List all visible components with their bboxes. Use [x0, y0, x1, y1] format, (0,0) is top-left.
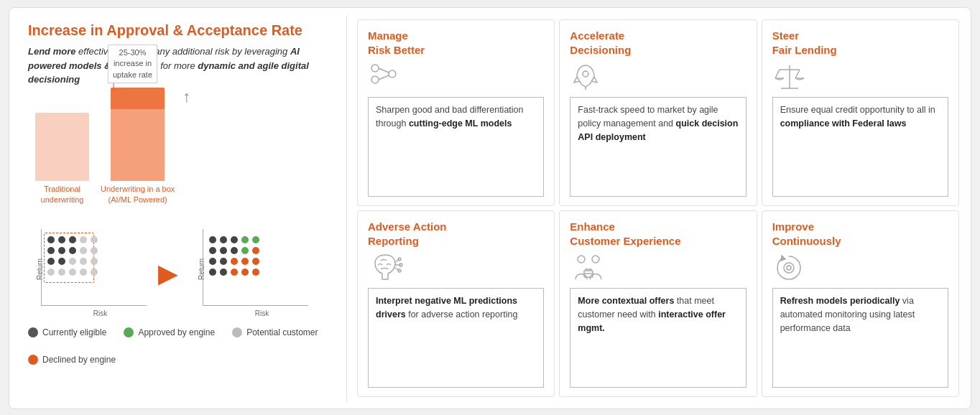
card-adverse-action: Adverse ActionReporting	[357, 210, 555, 397]
card-customer-experience: EnhanceCustomer Experience More contextu…	[559, 210, 757, 397]
card-fair-lending-desc: Ensure equal credit opportunity to all i…	[772, 97, 948, 197]
scatter-y-label-2: Return	[198, 258, 205, 280]
card-adverse-action-desc: Interpret negative ML predictions driver…	[368, 288, 544, 388]
main-container: Increase in Approval & Acceptance Rate L…	[9, 7, 971, 409]
bar-ai-label: Underwriting in a box(AI/ML Powered)	[101, 184, 175, 206]
legend-potential: Potential customer	[232, 327, 318, 337]
legend-potential-label: Potential customer	[246, 327, 318, 337]
rocket-icon	[570, 62, 746, 91]
scatter-x-label-2: Risk	[255, 309, 269, 317]
card-improve-continuously-desc: Refresh models periodically via automate…	[772, 288, 948, 388]
legend-approved-label: Approved by engine	[138, 327, 215, 337]
svg-line-11	[775, 70, 780, 78]
scatter-section: Return Risk	[28, 229, 335, 319]
card-manage-risk-title: ManageRisk Better	[368, 29, 544, 57]
bar-traditional-label: Traditionalunderwriting	[41, 184, 84, 206]
balance-icon	[772, 62, 948, 91]
handshake-icon	[570, 253, 746, 282]
legend-currently-eligible: Currently eligible	[28, 327, 106, 337]
card-adverse-action-title: Adverse ActionReporting	[368, 220, 544, 248]
annotation-box: 25-30%increase inuptake rate	[108, 45, 157, 83]
card-manage-risk: ManageRisk Better Sharpen good and bad d…	[357, 19, 555, 206]
svg-point-27	[787, 266, 791, 270]
card-fair-lending-title: SteerFair Lending	[772, 29, 948, 57]
up-arrow-icon: ↑	[182, 88, 190, 106]
svg-line-5	[379, 75, 389, 80]
scatter-plot-before: Return Risk	[28, 229, 147, 319]
right-panels: ManageRisk Better Sharpen good and bad d…	[353, 15, 963, 401]
brain-icon	[368, 253, 544, 282]
card-accelerate-desc: Fast-track speed to market by agile poli…	[570, 97, 746, 197]
subtitle: Lend more effectively without any additi…	[28, 45, 335, 87]
left-panel: Increase in Approval & Acceptance Rate L…	[17, 15, 347, 401]
svg-point-3	[389, 70, 396, 78]
svg-point-26	[784, 263, 794, 273]
svg-line-4	[379, 68, 389, 73]
card-improve-continuously: ImproveContinuously Refresh models perio…	[762, 210, 959, 397]
scatter-arrow-icon: ▶	[158, 258, 178, 289]
card-customer-experience-desc: More contextual offers that meet custome…	[570, 288, 746, 388]
svg-marker-25	[781, 256, 785, 261]
bar-ai: 25-30%increase inuptake rate ↑ Underwrit…	[101, 88, 175, 206]
legend-approved: Approved by engine	[124, 327, 215, 337]
scatter-plot-after: Return Risk	[190, 229, 308, 319]
main-title: Increase in Approval & Acceptance Rate	[28, 22, 335, 39]
svg-line-13	[795, 70, 800, 78]
legend: Currently eligible Approved by engine Po…	[28, 327, 335, 365]
card-accelerate: AccelerateDecisioning Fast-track speed t…	[559, 19, 757, 206]
svg-point-6	[583, 71, 588, 77]
card-accelerate-title: AccelerateDecisioning	[570, 29, 746, 57]
scatter-y-label-1: Return	[36, 258, 44, 280]
card-improve-continuously-title: ImproveContinuously	[772, 220, 948, 248]
svg-point-21	[578, 256, 585, 263]
card-manage-risk-desc: Sharpen good and bad differentiation thr…	[368, 97, 544, 197]
legend-declined-label: Declined by engine	[42, 355, 116, 365]
card-customer-experience-title: EnhanceCustomer Experience	[570, 220, 746, 248]
svg-point-2	[371, 76, 379, 83]
legend-declined: Declined by engine	[28, 355, 116, 365]
bar-traditional: Traditionalunderwriting	[35, 113, 89, 206]
card-fair-lending: SteerFair Lending Ensure equal c	[762, 19, 959, 206]
legend-currently-eligible-label: Currently eligible	[42, 327, 106, 337]
workflow-icon	[368, 62, 544, 91]
svg-point-1	[371, 65, 379, 72]
svg-point-22	[592, 256, 599, 263]
scatter-x-label-1: Risk	[93, 309, 107, 317]
cycle-icon	[772, 253, 948, 282]
